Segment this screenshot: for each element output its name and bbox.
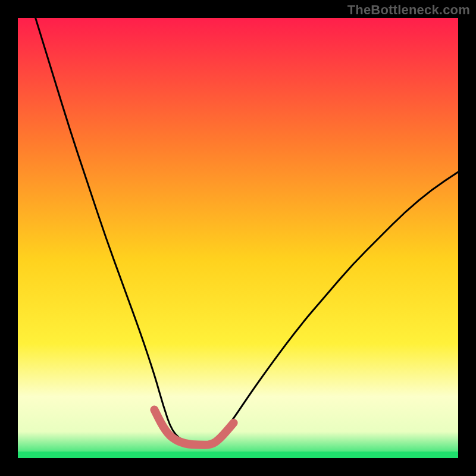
green-floor-band xyxy=(18,452,458,458)
bottleneck-chart xyxy=(0,0,476,476)
watermark-text: TheBottleneck.com xyxy=(347,2,470,18)
plot-background-gradient xyxy=(18,18,458,458)
chart-frame: TheBottleneck.com xyxy=(0,0,476,476)
